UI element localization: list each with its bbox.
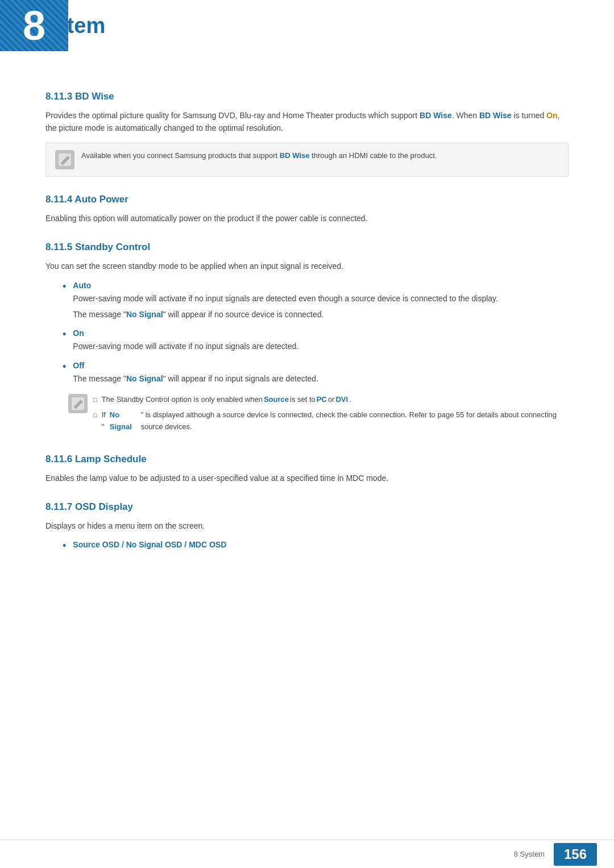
body-8115: You can set the screen standby mode to b…: [45, 260, 569, 272]
bullet-desc-off: The message "No Signal" will appear if n…: [73, 372, 569, 385]
bullet-content-off: Off The message "No Signal" will appear …: [73, 361, 569, 385]
bullet-auto: • Auto Power-saving mode will activate i…: [63, 281, 569, 321]
main-content: 8.11.3 BD Wise Provides the optimal pict…: [0, 51, 614, 617]
chapter-title: System: [11, 0, 614, 51]
body-8116: Enables the lamp value to be adjusted to…: [45, 472, 569, 484]
section-8115: 8.11.5 Standby Control You can set the s…: [45, 242, 569, 436]
header-pattern: 8: [0, 0, 68, 51]
footer-page-number: 156: [554, 843, 597, 866]
note-text-8113: Available when you connect Samsung produ…: [81, 150, 437, 162]
section-8113: 8.11.3 BD Wise Provides the optimal pict…: [45, 91, 569, 177]
section-8116: 8.11.6 Lamp Schedule Enables the lamp va…: [45, 454, 569, 484]
heading-8113: 8.11.3 BD Wise: [45, 91, 569, 102]
heading-8114: 8.11.4 Auto Power: [45, 194, 569, 205]
osd-bullets: • Source OSD / No Signal OSD / MDC OSD: [63, 540, 569, 553]
section-8114: 8.11.4 Auto Power Enabling this option w…: [45, 194, 569, 225]
bullet-desc-auto-1: Power-saving mode will activate if no in…: [73, 292, 569, 305]
bullet-dot-auto: •: [63, 281, 66, 293]
page-header: 8 System: [0, 0, 614, 51]
bullet-label-auto: Auto: [73, 281, 569, 290]
bullet-osd: • Source OSD / No Signal OSD / MDC OSD: [63, 540, 569, 553]
note-8115: The Standby Control option is only enabl…: [68, 394, 569, 436]
bullet-dot-on: •: [63, 329, 66, 341]
sq-bullet-1: The Standby Control option is only enabl…: [93, 394, 569, 406]
heading-8116: 8.11.6 Lamp Schedule: [45, 454, 569, 465]
footer-section-text: 8 System: [514, 850, 545, 858]
note-icon-8115: [68, 394, 88, 413]
body-8114: Enabling this option will automatically …: [45, 212, 569, 225]
bullet-off: • Off The message "No Signal" will appea…: [63, 361, 569, 385]
section-8117: 8.11.7 OSD Display Displays or hides a m…: [45, 501, 569, 553]
standby-bullets: • Auto Power-saving mode will activate i…: [63, 281, 569, 385]
bullet-content-auto: Auto Power-saving mode will activate if …: [73, 281, 569, 321]
bullet-on: • On Power-saving mode will activate if …: [63, 329, 569, 352]
note-icon: [55, 150, 74, 169]
bullet-content-on: On Power-saving mode will activate if no…: [73, 329, 569, 352]
heading-8115: 8.11.5 Standby Control: [45, 242, 569, 253]
sq-bullet-2: If "No Signal" is displayed although a s…: [93, 409, 569, 433]
note-8113: Available when you connect Samsung produ…: [45, 143, 569, 177]
bullet-dot-off: •: [63, 361, 66, 373]
body-8113: Provides the optimal picture quality for…: [45, 109, 569, 135]
bullet-label-osd: Source OSD / No Signal OSD / MDC OSD: [73, 540, 569, 549]
page-footer: 8 System 156: [0, 840, 614, 868]
chapter-number: 8: [0, 5, 68, 46]
bullet-content-osd: Source OSD / No Signal OSD / MDC OSD: [73, 540, 569, 551]
bullet-desc-on: Power-saving mode will activate if no in…: [73, 340, 569, 352]
square-bullets-8115: The Standby Control option is only enabl…: [93, 394, 569, 436]
bullet-dot-osd: •: [63, 540, 66, 553]
bullet-label-on: On: [73, 329, 569, 338]
heading-8117: 8.11.7 OSD Display: [45, 501, 569, 513]
bullet-label-off: Off: [73, 361, 569, 370]
bullet-desc-auto-2: The message "No Signal" will appear if n…: [73, 308, 569, 321]
body-8117: Displays or hides a menu item on the scr…: [45, 520, 569, 532]
